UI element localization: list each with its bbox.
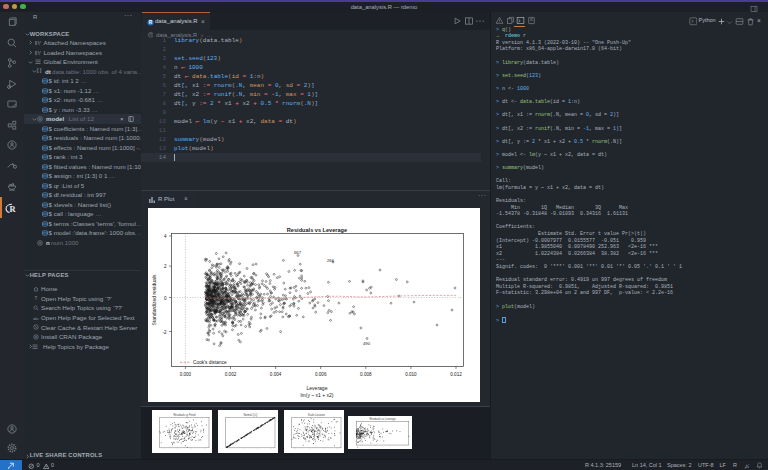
svg-text:Leverage: Leverage bbox=[307, 385, 328, 391]
svg-text:Residuals vs Fitted: Residuals vs Fitted bbox=[173, 413, 195, 417]
svg-text:Standardized residuals: Standardized residuals bbox=[151, 274, 157, 325]
svg-text:0.010: 0.010 bbox=[405, 372, 417, 377]
svg-text:0.000: 0.000 bbox=[180, 372, 192, 377]
svg-text:0.012: 0.012 bbox=[450, 372, 462, 377]
svg-text:Scale-Location: Scale-Location bbox=[307, 413, 325, 417]
svg-text:0.008: 0.008 bbox=[360, 372, 372, 377]
svg-text:R: R bbox=[148, 20, 152, 25]
svg-text:Residuals vs Leverage: Residuals vs Leverage bbox=[369, 417, 396, 421]
svg-text:-2: -2 bbox=[162, 330, 167, 335]
svg-text:0.006: 0.006 bbox=[315, 372, 327, 377]
svg-text:Residuals vs Leverage: Residuals vs Leverage bbox=[287, 227, 347, 233]
svg-text:4: 4 bbox=[164, 234, 167, 239]
svg-text:0.002: 0.002 bbox=[225, 372, 237, 377]
svg-text:490: 490 bbox=[363, 341, 371, 346]
svg-text:2: 2 bbox=[164, 264, 167, 269]
svg-text:667: 667 bbox=[294, 250, 302, 255]
svg-text:?: ? bbox=[35, 296, 38, 301]
svg-text:abc: abc bbox=[33, 316, 39, 320]
svg-text:Normal Q-Q: Normal Q-Q bbox=[243, 413, 257, 417]
svg-text:0.004: 0.004 bbox=[270, 372, 282, 377]
svg-text:R: R bbox=[10, 205, 17, 214]
svg-text:lm(y ~ x1 + x2): lm(y ~ x1 + x2) bbox=[300, 392, 333, 398]
svg-text:0: 0 bbox=[164, 296, 167, 301]
svg-text:Cook's distance: Cook's distance bbox=[193, 360, 227, 365]
svg-text:266: 266 bbox=[327, 258, 335, 263]
